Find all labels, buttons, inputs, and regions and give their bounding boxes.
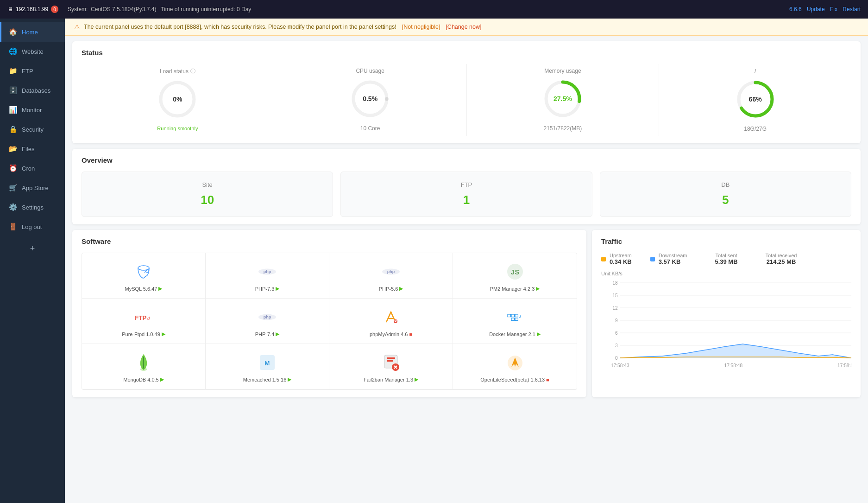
ftp-label: FTP xyxy=(350,181,582,188)
sidebar-item-databases[interactable]: 🗄️ Databases xyxy=(0,81,65,100)
sidebar-label-home: Home xyxy=(22,29,38,36)
software-phpmyadmin[interactable]: phpMyAdmin 4.6 ■ xyxy=(329,299,453,344)
sidebar-item-security[interactable]: 🔒 Security xyxy=(0,120,65,139)
svg-text:17:58:51: 17:58:51 xyxy=(837,363,851,368)
svg-text:9: 9 xyxy=(615,318,618,323)
php73-status-icon: ▶ xyxy=(276,286,279,292)
software-mongodb[interactable]: MongoDB 4.0.5 ▶ xyxy=(82,344,206,389)
software-memcached[interactable]: M Memcached 1.5.16 ▶ xyxy=(206,344,329,389)
software-pm2[interactable]: JS PM2 Manager 4.2.3 ▶ xyxy=(453,253,577,299)
software-fail2ban[interactable]: Fail2ban Manager 1.3 ▶ xyxy=(329,344,453,389)
main-content: ⚠ The current panel uses the default por… xyxy=(65,19,868,503)
pm2-status-icon: ▶ xyxy=(536,286,540,292)
ftpd-name: Pure-Ftpd 1.0.49 ▶ xyxy=(122,331,165,337)
appstore-icon: 🛒 xyxy=(9,184,17,192)
sidebar-label-settings: Settings xyxy=(22,204,44,211)
software-php56[interactable]: php PHP-5.6 ▶ xyxy=(329,253,453,299)
overview-cards: Site 10 FTP 1 DB 5 xyxy=(82,172,851,217)
sidebar-item-cron[interactable]: ⏰ Cron xyxy=(0,159,65,178)
sidebar-item-settings[interactable]: ⚙️ Settings xyxy=(0,197,65,217)
db-value: 5 xyxy=(610,193,842,207)
total-sent-value: 5.39 MB xyxy=(715,258,737,265)
memcached-status-icon: ▶ xyxy=(288,376,291,382)
sidebar-item-files[interactable]: 📂 Files xyxy=(0,139,65,159)
ftp-icon: 📁 xyxy=(9,67,17,75)
cpu-value: 0.5% xyxy=(363,95,377,102)
restart-button[interactable]: Restart xyxy=(843,6,861,13)
total-sent-label: Total sent xyxy=(715,253,737,258)
alert-text: The current panel uses the default port … xyxy=(84,24,396,30)
load-gauge: Load status ⓘ 0% Running smoothly xyxy=(82,64,274,136)
overview-card-db[interactable]: DB 5 xyxy=(600,172,851,217)
upstream-info: Upstream 0.34 KB xyxy=(610,253,632,265)
php73-name: PHP-7.3 ▶ xyxy=(255,286,280,292)
overview-card-ftp[interactable]: FTP 1 xyxy=(340,172,592,217)
downstream-group: Downstream 3.57 KB xyxy=(650,253,687,265)
svg-text:php: php xyxy=(264,315,271,319)
disk-sub: 18G/27G xyxy=(744,126,767,132)
software-section: Software MySQL 5.6.47 ▶ xyxy=(72,230,586,397)
total-received-label: Total received xyxy=(766,253,797,258)
load-gauge-svg: 0% xyxy=(157,78,198,120)
load-sub: Running smoothly xyxy=(157,126,198,131)
software-ftpd[interactable]: FTPd Pure-Ftpd 1.0.49 ▶ xyxy=(82,299,206,344)
downstream-value: 3.57 KB xyxy=(659,258,687,265)
svg-text:0: 0 xyxy=(615,356,618,361)
software-php74[interactable]: php PHP-7.4 ▶ xyxy=(206,299,329,344)
pm2-icon: JS xyxy=(506,262,524,281)
sidebar-item-home[interactable]: 🏠 Home xyxy=(0,22,65,42)
docker-status-icon: ▶ xyxy=(537,331,541,337)
downstream-label: Downstream xyxy=(659,253,687,258)
fix-button[interactable]: Fix xyxy=(830,6,837,13)
software-openlitespeed[interactable]: OpenLiteSpeed(beta) 1.6.13 ■ xyxy=(453,344,577,389)
sidebar-item-monitor[interactable]: 📊 Monitor xyxy=(0,100,65,120)
cron-icon: ⏰ xyxy=(9,164,17,172)
sidebar-item-logout[interactable]: 🚪 Log out xyxy=(0,217,65,236)
svg-rect-26 xyxy=(515,318,518,321)
software-mysql[interactable]: MySQL 5.6.47 ▶ xyxy=(82,253,206,299)
docker-name: Docker Manager 2.1 ▶ xyxy=(489,331,541,337)
svg-text:6: 6 xyxy=(615,331,618,336)
sidebar-label-appstore: App Store xyxy=(22,185,49,191)
overview-card-site[interactable]: Site 10 xyxy=(82,172,333,217)
sidebar-label-cron: Cron xyxy=(22,165,35,172)
sidebar-item-appstore[interactable]: 🛒 App Store xyxy=(0,178,65,197)
svg-rect-32 xyxy=(387,360,393,362)
memcached-icon: M xyxy=(258,353,277,372)
alert-action[interactable]: [Change now] xyxy=(446,24,481,30)
ftp-value: 1 xyxy=(350,193,582,207)
php56-status-icon: ▶ xyxy=(399,286,403,292)
disk-label: / xyxy=(755,68,756,75)
plus-icon: + xyxy=(30,244,35,254)
software-docker[interactable]: Docker Manager 2.1 ▶ xyxy=(453,299,577,344)
bottom-row: Software MySQL 5.6.47 ▶ xyxy=(72,230,861,397)
monitor-icon: 🖥 xyxy=(7,6,13,13)
status-section: Status Load status ⓘ 0% Runn xyxy=(72,41,861,143)
load-info-icon[interactable]: ⓘ xyxy=(190,68,195,75)
sidebar-label-website: Website xyxy=(22,48,44,55)
sidebar-label-logout: Log out xyxy=(22,223,42,230)
version-number: 6.6.6 xyxy=(789,6,802,13)
update-button[interactable]: Update xyxy=(807,6,825,13)
svg-text:php: php xyxy=(264,269,271,274)
downstream-dot xyxy=(650,257,655,261)
sidebar-item-ftp[interactable]: 📁 FTP xyxy=(0,61,65,81)
sidebar-label-ftp: FTP xyxy=(22,68,33,75)
cpu-gauge: CPU usage 0.5% 10 Core xyxy=(274,64,467,136)
mongodb-icon xyxy=(134,353,153,372)
sidebar-item-website[interactable]: 🌐 Website xyxy=(0,42,65,61)
svg-text:FTP: FTP xyxy=(135,314,146,321)
load-value: 0% xyxy=(173,96,182,103)
svg-text:d: d xyxy=(147,316,150,321)
software-php73[interactable]: php PHP-7.3 ▶ xyxy=(206,253,329,299)
upstream-label: Upstream xyxy=(610,253,632,258)
sidebar-add-button[interactable]: + xyxy=(0,238,65,259)
php56-icon: php xyxy=(382,262,400,281)
traffic-stats: Upstream 0.34 KB Downstream 3.57 KB Tota… xyxy=(601,253,851,265)
overview-section: Overview Site 10 FTP 1 DB 5 xyxy=(72,149,861,224)
mongodb-name: MongoDB 4.0.5 ▶ xyxy=(123,376,164,382)
mysql-icon xyxy=(134,262,153,281)
docker-icon xyxy=(506,308,524,326)
files-icon: 📂 xyxy=(9,145,17,153)
cpu-sub: 10 Core xyxy=(360,125,380,132)
